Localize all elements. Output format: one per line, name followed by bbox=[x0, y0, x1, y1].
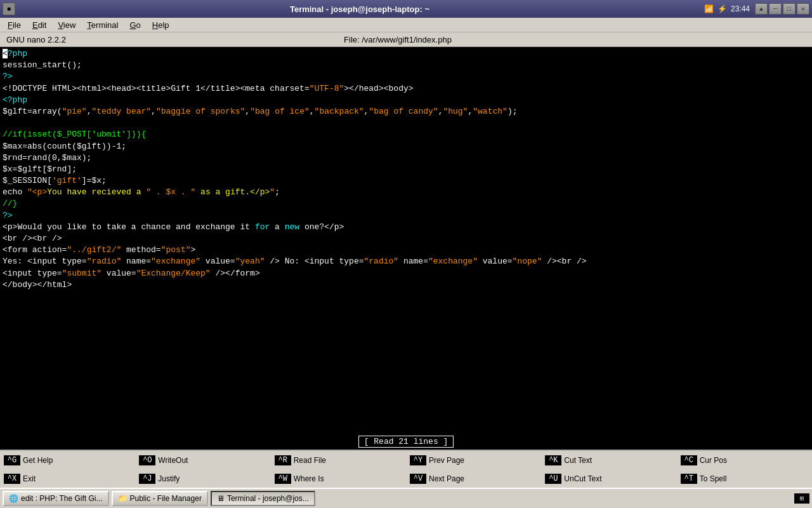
shortcut-key-r: ^R bbox=[275, 455, 291, 465]
clock: 23:44 bbox=[731, 4, 750, 13]
taskbar-item-filemanager[interactable]: 📁 Public - File Manager bbox=[112, 491, 208, 506]
taskbar-label-terminal: Terminal - joseph@jos... bbox=[227, 494, 309, 503]
shortcut-justify: ^J Justify bbox=[135, 469, 270, 488]
shortcut-label-writeout: WriteOut bbox=[158, 456, 188, 465]
shortcut-label-uncut-text: UnCut Text bbox=[564, 474, 601, 483]
shortcut-label-justify: Justify bbox=[158, 474, 180, 483]
status-bar: [ Read 21 lines ] bbox=[0, 434, 812, 450]
editor-area[interactable]: <?php session_start(); ?> <!DOCTYPE HTML… bbox=[0, 47, 812, 434]
shortcut-label-cut-text: Cut Text bbox=[564, 456, 592, 465]
shortcut-get-help: ^G Get Help bbox=[0, 451, 135, 469]
menu-view[interactable]: View bbox=[53, 19, 81, 31]
menu-go[interactable]: Go bbox=[124, 19, 145, 31]
shortcut-key-o: ^O bbox=[139, 455, 155, 465]
shortcut-label-to-spell: To Spell bbox=[700, 474, 727, 483]
bluetooth-icon: ⚡ bbox=[717, 4, 727, 13]
taskbar-resize: ⊞ bbox=[794, 493, 809, 504]
menu-file[interactable]: File bbox=[3, 19, 26, 31]
shortcut-key-j: ^J bbox=[139, 474, 155, 484]
shortcut-label-cur-pos: Cur Pos bbox=[700, 456, 727, 465]
network-icon: 📶 bbox=[704, 4, 714, 13]
shortcuts-bar: ^G Get Help ^O WriteOut ^R Read File ^Y … bbox=[0, 450, 812, 488]
taskbar-icon-filemanager: 📁 bbox=[118, 494, 128, 503]
title-bar: ■ Terminal - joseph@joseph-laptop: ~ 📶 ⚡… bbox=[0, 0, 812, 18]
shortcut-uncut-text: ^U UnCut Text bbox=[541, 469, 676, 488]
close-button[interactable]: ✕ bbox=[797, 3, 809, 15]
menu-bar: File Edit View Terminal Go Help bbox=[0, 18, 812, 32]
minimize-button[interactable]: ─ bbox=[769, 3, 782, 15]
menu-edit[interactable]: Edit bbox=[27, 19, 51, 31]
menu-help[interactable]: Help bbox=[147, 19, 174, 31]
code-content: <?php session_start(); ?> <!DOCTYPE HTML… bbox=[3, 48, 809, 291]
shortcut-key-y: ^Y bbox=[410, 455, 426, 465]
nano-header: GNU nano 2.2.2 File: /var/www/gift1/inde… bbox=[0, 32, 812, 47]
shortcut-label-next-page: Next Page bbox=[429, 474, 464, 483]
shortcut-writeout: ^O WriteOut bbox=[135, 451, 270, 469]
shortcut-exit: ^X Exit bbox=[0, 469, 135, 488]
shortcut-key-t: ^T bbox=[681, 474, 697, 484]
shortcut-key-x: ^X bbox=[4, 474, 20, 484]
menu-terminal[interactable]: Terminal bbox=[82, 19, 123, 31]
taskbar-item-terminal[interactable]: 🖥 Terminal - joseph@jos... bbox=[211, 491, 315, 506]
shortcut-where-is: ^W Where Is bbox=[271, 469, 406, 488]
maximize-button[interactable]: □ bbox=[783, 3, 796, 15]
taskbar: 🌐 edit : PHP: The Gift Gi... 📁 Public - … bbox=[0, 488, 812, 508]
shortcut-read-file: ^R Read File bbox=[271, 451, 406, 469]
status-message: [ Read 21 lines ] bbox=[358, 436, 454, 448]
taskbar-item-edit[interactable]: 🌐 edit : PHP: The Gift Gi... bbox=[3, 491, 109, 506]
shortcut-key-v: ^V bbox=[410, 474, 426, 484]
taskbar-label-filemanager: Public - File Manager bbox=[130, 494, 202, 503]
shortcut-to-spell: ^T To Spell bbox=[677, 469, 812, 488]
shortcut-label-where-is: Where Is bbox=[294, 474, 324, 483]
shortcut-key-u: ^U bbox=[545, 474, 561, 484]
shortcut-key-g: ^G bbox=[4, 455, 20, 465]
system-tray: 📶 ⚡ 23:44 bbox=[704, 4, 750, 13]
window-icon: ■ bbox=[3, 3, 15, 15]
taskbar-icon-terminal: 🖥 bbox=[217, 494, 225, 503]
nano-filename: File: /var/www/gift1/index.php bbox=[344, 35, 452, 44]
shortcut-label-get-help: Get Help bbox=[23, 456, 53, 465]
window-controls[interactable]: ▲ ─ □ ✕ bbox=[755, 3, 809, 15]
shortcut-label-exit: Exit bbox=[23, 474, 36, 483]
nano-version: GNU nano 2.2.2 bbox=[6, 35, 66, 44]
shortcut-cut-text: ^K Cut Text bbox=[541, 451, 676, 469]
shortcut-next-page: ^V Next Page bbox=[406, 469, 541, 488]
shortcut-key-k: ^K bbox=[545, 455, 561, 465]
shade-button[interactable]: ▲ bbox=[755, 3, 768, 15]
shortcut-cur-pos: ^C Cur Pos bbox=[677, 451, 812, 469]
shortcut-label-prev-page: Prev Page bbox=[429, 456, 464, 465]
shortcut-prev-page: ^Y Prev Page bbox=[406, 451, 541, 469]
shortcut-key-w: ^W bbox=[275, 474, 291, 484]
taskbar-label-edit: edit : PHP: The Gift Gi... bbox=[21, 494, 103, 503]
shortcut-key-c: ^C bbox=[681, 455, 697, 465]
shortcut-label-read-file: Read File bbox=[294, 456, 326, 465]
taskbar-icon-edit: 🌐 bbox=[9, 494, 18, 503]
window-title: Terminal - joseph@joseph-laptop: ~ bbox=[15, 4, 704, 14]
